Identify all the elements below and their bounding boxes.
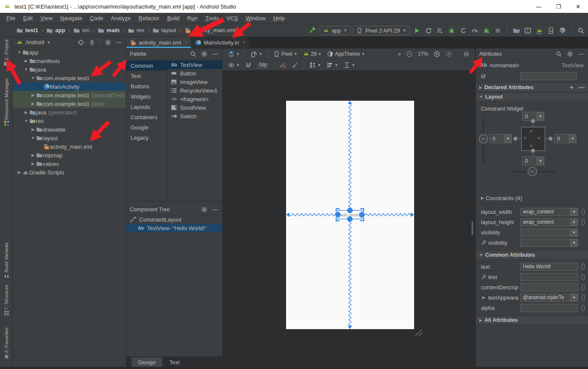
stop-button[interactable]	[493, 26, 502, 35]
section-all-attributes[interactable]: ▶ All Attributes	[476, 315, 588, 325]
remove-attribute-button[interactable]: —	[579, 84, 585, 91]
hide-panel-icon[interactable]: —	[212, 51, 219, 57]
sync-gradle-button[interactable]	[534, 26, 544, 35]
chevron-right-icon[interactable]: ▶	[30, 153, 36, 157]
locate-file-icon[interactable]	[78, 39, 84, 46]
tree-item-mipmap[interactable]: ▶mipmap	[13, 151, 126, 159]
margin-left-select[interactable]: 0▼	[490, 134, 512, 143]
palette-category-text[interactable]: Text	[126, 71, 167, 81]
chevron-right-icon[interactable]: ▶	[23, 59, 29, 63]
gear-icon[interactable]	[201, 206, 208, 213]
running-devices-button[interactable]	[523, 26, 532, 35]
palette-category-legacy[interactable]: Legacy	[126, 132, 167, 143]
palette-category-layouts[interactable]: Layouts	[126, 102, 167, 112]
design-surface[interactable]: Hello World!	[223, 71, 475, 357]
palette-category-common[interactable]: Common	[126, 60, 167, 71]
mode-tab-design[interactable]: Design	[131, 357, 162, 367]
constraint-anchor-handle[interactable]	[335, 212, 341, 218]
magnet-button[interactable]	[243, 60, 254, 70]
menu-refactor[interactable]: Refactor	[134, 13, 163, 24]
breadcrumb-item[interactable]: app	[46, 27, 65, 34]
constraint-anchor-handle[interactable]	[359, 212, 365, 218]
chevron-right-icon[interactable]: ▶	[30, 102, 36, 106]
palette-item-switch[interactable]: Switch	[167, 112, 222, 120]
chevron-right-icon[interactable]: ▶	[30, 162, 36, 166]
search-everywhere-button[interactable]	[576, 26, 585, 35]
tree-item-layout[interactable]: ▼layout	[13, 134, 126, 142]
palette-item-imageview[interactable]: ImageView	[167, 78, 222, 86]
project-structure-button[interactable]	[511, 26, 521, 35]
profiler-button[interactable]	[470, 26, 479, 35]
overflow-chevron-button[interactable]: »	[396, 49, 403, 59]
chevron-right-icon[interactable]: ▶	[23, 110, 29, 114]
tab-activity-main-xml[interactable]: <>activity_main.xml×	[126, 37, 191, 48]
canvas-resize-handle[interactable]	[415, 330, 423, 336]
eye-button[interactable]: ▼	[226, 60, 242, 70]
attribute-text-input[interactable]	[520, 273, 578, 281]
attribute-layout-height-select[interactable]: wrap_content▼	[520, 218, 578, 226]
resource-picker-icon[interactable]	[582, 209, 585, 215]
resource-picker-icon[interactable]	[582, 305, 585, 311]
menu-run[interactable]: Run	[183, 13, 201, 24]
component-tree-item-constraintlayout[interactable]: ConstraintLayout	[126, 215, 222, 224]
close-button[interactable]: ✕	[568, 0, 588, 13]
menu-file[interactable]: File	[3, 13, 19, 24]
zoom-out-button[interactable]	[404, 49, 415, 59]
chevron-down-icon[interactable]: ▼	[23, 67, 29, 72]
gear-icon[interactable]	[567, 51, 573, 57]
breadcrumb-item[interactable]: res	[128, 27, 144, 34]
theme-button[interactable]: AppTheme▼	[325, 49, 367, 59]
search-icon[interactable]	[190, 51, 197, 57]
margin-bottom-select[interactable]: 0▼	[522, 156, 544, 165]
tool-window-button-resource-manager[interactable]: Resource Manager	[0, 78, 13, 126]
constraint-anchor-dot[interactable]	[531, 149, 535, 153]
menu-tools[interactable]: Tools	[201, 13, 223, 24]
breadcrumb-item[interactable]: layout	[152, 27, 176, 34]
constraint-anchor-handle[interactable]	[347, 208, 353, 213]
attribute-alpha-input[interactable]	[520, 304, 578, 312]
close-icon[interactable]: ×	[185, 39, 188, 45]
zoom-in-button[interactable]	[432, 49, 442, 59]
tree-item-values[interactable]: ▶values	[13, 159, 126, 168]
resource-picker-icon[interactable]	[582, 219, 585, 225]
breadcrumb-item[interactable]: test1	[16, 27, 38, 34]
tree-item-mainactivity[interactable]: MainActivity	[13, 82, 126, 91]
collapse-all-icon[interactable]	[89, 39, 96, 46]
section-common-attributes[interactable]: ▼ Common Attributes	[476, 250, 588, 260]
device-manager-button[interactable]	[546, 26, 555, 35]
resource-picker-icon[interactable]	[582, 284, 585, 291]
hide-panel-icon[interactable]: —	[116, 39, 122, 46]
menu-view[interactable]: View	[36, 13, 56, 24]
palette-item--fragment-[interactable]: <><fragment>	[167, 95, 222, 103]
hide-panel-icon[interactable]: —	[578, 51, 585, 57]
palette-item-scrollview[interactable]: ScrollView	[167, 103, 222, 112]
gear-icon[interactable]	[104, 39, 111, 46]
constraint-anchor-handle[interactable]	[347, 216, 353, 222]
menu-help[interactable]: Help	[269, 13, 289, 24]
constraint-anchor-dot[interactable]	[513, 137, 517, 141]
palette-category-containers[interactable]: Containers	[126, 112, 167, 122]
resource-picker-icon[interactable]	[582, 294, 585, 301]
run-configuration-select[interactable]: app▼	[319, 26, 351, 35]
component-tree-item-textview[interactable]: AbTextView- "Hello World!"	[126, 224, 222, 232]
tree-item-manifests[interactable]: ▶manifests	[13, 57, 126, 65]
default-margin-control[interactable]: 0dp	[255, 60, 271, 70]
align-button[interactable]: ▼	[325, 60, 340, 70]
distribute-button[interactable]: ▼	[342, 60, 357, 70]
hammer-button[interactable]	[308, 26, 317, 35]
constraint-anchor-dot[interactable]	[531, 119, 535, 123]
target-device-select[interactable]: Pixel 2 API 29▼	[353, 26, 410, 35]
pack-button[interactable]: ▼	[307, 60, 323, 70]
menu-code[interactable]: Code	[86, 13, 107, 24]
download-icon[interactable]	[213, 87, 219, 93]
menu-vcs[interactable]: VCS	[223, 13, 242, 24]
margin-right-select[interactable]: 0▼	[554, 134, 576, 143]
tool-window-button-2-favorites[interactable]: 2: Favorites	[0, 327, 13, 360]
tab-mainactivity-kt[interactable]: MainActivity.kt×	[191, 37, 249, 48]
zoom-fit-button[interactable]	[444, 49, 454, 59]
chevron-right-icon[interactable]: ▶	[30, 93, 36, 97]
resource-picker-icon[interactable]	[582, 264, 585, 270]
project-view-selector[interactable]: Android	[26, 39, 44, 45]
rerun-button[interactable]	[424, 26, 433, 35]
breadcrumb-item[interactable]: src	[73, 27, 90, 34]
